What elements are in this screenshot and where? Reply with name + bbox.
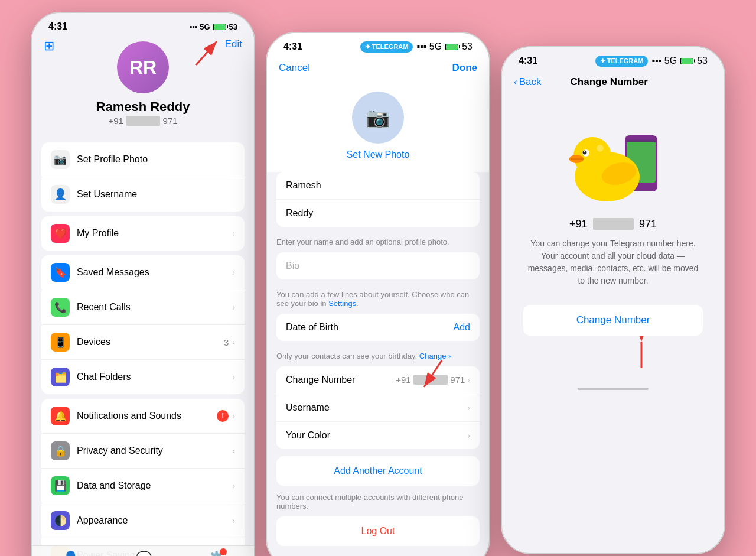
set-username-item[interactable]: 👤 Set Username — [41, 177, 245, 212]
recent-calls-label: Recent Calls — [77, 302, 232, 313]
privacy-item[interactable]: 🔒 Privacy and Security › — [41, 434, 245, 469]
change-number-action-button[interactable]: Change Number — [523, 305, 703, 336]
recent-calls-item[interactable]: 📞 Recent Calls › — [41, 290, 245, 325]
profile-photo-circle[interactable]: 📷 — [352, 92, 404, 144]
svg-point-10 — [583, 150, 587, 154]
status-time-3: 4:31 — [519, 56, 537, 66]
change-number-chevron: › — [467, 375, 470, 385]
notifications-icon: 🔔 — [51, 407, 70, 425]
edit-button[interactable]: Edit — [225, 38, 242, 50]
devices-chevron: › — [232, 337, 235, 347]
appearance-icon: 🌓 — [51, 511, 70, 530]
data-storage-item[interactable]: 💾 Data and Storage › — [41, 469, 245, 503]
add-account-button[interactable]: Add Another Account — [276, 456, 480, 486]
logout-label: Log Out — [361, 526, 395, 536]
signal-icon-1: ▪▪▪ 5G — [190, 22, 210, 31]
svg-rect-6 — [627, 140, 656, 142]
set-username-label: Set Username — [77, 189, 235, 200]
avatar: RR — [117, 41, 169, 93]
saved-messages-item[interactable]: 🔖 Saved Messages › — [41, 255, 245, 290]
phone-1-settings: 4:31 ▪▪▪ 5G 53 ⊞ Edit — [31, 12, 255, 556]
phones-container: 4:31 ▪▪▪ 5G 53 ⊞ Edit — [31, 12, 725, 556]
dob-label: Date of Birth — [286, 322, 338, 333]
calls-chevron: › — [232, 303, 235, 312]
tab-chats[interactable]: 💬 Chats — [135, 551, 152, 556]
communication-section: 🔖 Saved Messages › 📞 Recent Calls › 📱 De… — [41, 255, 245, 394]
nav-bar-2: Cancel Done — [267, 56, 489, 80]
data-storage-label: Data and Storage — [77, 480, 232, 491]
first-name-field[interactable]: Ramesh — [276, 172, 480, 200]
battery-2 — [445, 44, 458, 50]
tab-contacts[interactable]: 👤 Contacts — [58, 551, 83, 556]
username-chevron: › — [467, 403, 470, 412]
tab-settings[interactable]: ⚙️ ! Settings — [204, 551, 228, 556]
logout-button[interactable]: Log Out — [276, 516, 480, 546]
notifications-chevron: › — [232, 411, 235, 421]
dob-row[interactable]: Date of Birth Add — [276, 314, 480, 341]
devices-label: Devices — [77, 337, 224, 347]
devices-item[interactable]: 📱 Devices 3 › — [41, 325, 245, 360]
photo-section: 📷 Set New Photo — [267, 80, 489, 172]
quick-actions-section: 📷 Set Profile Photo 👤 Set Username — [41, 142, 245, 212]
change-number-description: You can change your Telegram number here… — [514, 238, 712, 287]
phone-2-edit-profile: 4:31 ✈ TELEGRAM ▪▪▪ 5G 53 Cancel Done 📷 … — [266, 32, 490, 557]
cancel-button[interactable]: Cancel — [279, 62, 310, 74]
svg-line-3 — [424, 360, 442, 387]
saved-messages-label: Saved Messages — [77, 267, 232, 278]
last-name-field[interactable]: Reddy — [276, 200, 480, 227]
back-button[interactable]: ‹ Back — [514, 76, 541, 88]
settings-link[interactable]: Settings — [328, 299, 356, 308]
qr-icon[interactable]: ⊞ — [44, 38, 54, 54]
phone-3-change-number: 4:31 ✈ TELEGRAM ▪▪▪ 5G 53 ‹ Back Change … — [501, 46, 725, 554]
name-hint: Enter your name and add an optional prof… — [267, 234, 489, 252]
folders-chevron: › — [232, 372, 235, 382]
my-profile-chevron: › — [232, 229, 235, 238]
appearance-chevron: › — [232, 516, 235, 525]
username-label: Username — [286, 402, 330, 413]
dob-hint: Only your contacts can see your birthday… — [267, 348, 489, 366]
bio-field[interactable]: Bio — [276, 252, 480, 279]
chat-folders-item[interactable]: 🗂️ Chat Folders › — [41, 360, 245, 394]
dob-section: Date of Birth Add — [276, 314, 480, 341]
privacy-label: Privacy and Security — [77, 446, 232, 456]
profile-name: Ramesh Reddy — [96, 99, 190, 115]
appearance-label: Appearance — [77, 515, 232, 526]
data-icon: 💾 — [51, 476, 70, 495]
notifications-item[interactable]: 🔔 Notifications and Sounds ! › — [41, 399, 245, 434]
battery-pct-2: 53 — [462, 41, 472, 52]
duck-illustration — [560, 118, 666, 206]
signal-3: ▪▪▪ 5G — [651, 56, 677, 66]
set-profile-photo-item[interactable]: 📷 Set Profile Photo — [41, 142, 245, 177]
bio-section: Bio — [276, 252, 480, 279]
done-button[interactable]: Done — [452, 62, 478, 74]
bio-hint-text: You can add a few lines about yourself. … — [276, 290, 469, 308]
avatar-initials: RR — [129, 57, 157, 79]
current-number: +91 ■■■■■■ 971 — [569, 218, 657, 230]
battery-pct-1: 53 — [229, 22, 237, 31]
calls-icon: 📞 — [51, 298, 70, 317]
page-title-3: Change Number — [571, 76, 648, 88]
folders-icon: 🗂️ — [51, 368, 70, 386]
svg-line-1 — [196, 41, 217, 65]
dob-add[interactable]: Add — [454, 322, 470, 333]
your-color-chevron: › — [467, 431, 470, 440]
profile-phone: +91 ■■■■■■ 971 — [108, 116, 177, 126]
set-profile-photo-label: Set Profile Photo — [77, 154, 235, 165]
change-number-action-label: Change Number — [576, 314, 650, 326]
telegram-badge-3: ✈ TELEGRAM — [595, 56, 649, 67]
name-section: Ramesh Reddy — [276, 172, 480, 227]
arrow-section-3 — [514, 336, 712, 371]
settings-tab-icon: ⚙️ ! — [208, 551, 224, 556]
status-bar-3: 4:31 ✈ TELEGRAM ▪▪▪ 5G 53 — [502, 47, 724, 70]
camera-icon: 📷 — [51, 150, 70, 169]
saved-icon: 🔖 — [51, 263, 70, 282]
your-color-row[interactable]: Your Color › — [276, 422, 480, 449]
telegram-badge-2: ✈ TELEGRAM — [360, 41, 413, 53]
appearance-item[interactable]: 🌓 Appearance › — [41, 503, 245, 538]
set-new-photo-label[interactable]: Set New Photo — [347, 149, 410, 160]
my-profile-item[interactable]: ❤️ My Profile › — [41, 216, 245, 251]
tab-bar: 👤 Contacts 💬 Chats ⚙️ ! Settings — [32, 545, 254, 556]
your-color-label: Your Color — [286, 430, 330, 441]
arrow-change-number — [406, 355, 454, 404]
user-icon: 👤 — [51, 185, 70, 204]
